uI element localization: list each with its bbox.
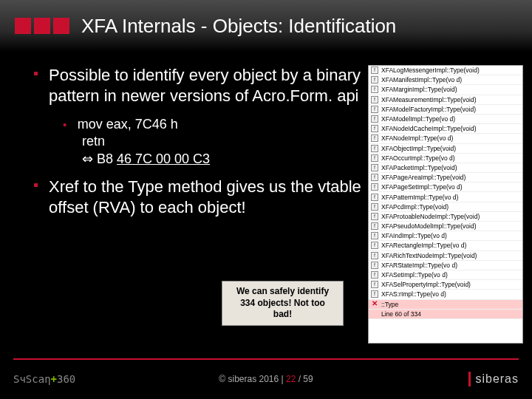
slide-footer: SчScaη+360 © siberas 2016 | 22 / 59 sibe… xyxy=(0,358,532,399)
slide-title: XFA Internals - Objects: Identification xyxy=(81,15,396,38)
sub-bullet: • mov eax, 7C46 h retn ⇔ B8 46 7C 00 00 … xyxy=(63,116,362,168)
function-icon: f xyxy=(371,134,378,142)
function-row: fXFAPacketImpl::Type(void) xyxy=(369,163,522,173)
function-row: fXFANodeIdCacheImpl::Type(void) xyxy=(369,124,522,134)
function-icon: f xyxy=(371,183,378,191)
decor-square xyxy=(15,18,31,34)
function-icon: f xyxy=(371,290,378,298)
bullet-text: Possible to identify every object by a b… xyxy=(49,65,362,106)
function-name: XFAPacketImpl::Type(void) xyxy=(381,164,457,171)
function-row: fXFALogMessengerImpl::Type(void) xyxy=(369,66,522,75)
function-row: fXFAMeasurementImpl::Type(void) xyxy=(369,95,522,105)
function-name: XFAMarginImpl::Type(void) xyxy=(381,86,457,93)
function-name: XFAOccurImpl::Type(vo d) xyxy=(381,154,455,162)
function-row: fXFAPageSetImpl::Type(vo d) xyxy=(369,183,522,192)
function-icon: f xyxy=(371,213,378,220)
function-name: XFAManifestImpl::Type(vo d) xyxy=(381,76,462,83)
bullet-2: ▪ Xref to the Type method gives us the v… xyxy=(33,177,362,217)
search-row: ✕::Type xyxy=(369,300,522,310)
function-name: XFARectangleImpl::Type(vo d) xyxy=(381,242,466,249)
function-name: XFASetImpl::Type(vo d) xyxy=(381,271,448,279)
function-row: fXFARichTextNodeImpl::Type(void) xyxy=(369,251,522,261)
function-name: XFAPageAreaImpl::Type(void) xyxy=(381,174,466,181)
function-icon: f xyxy=(371,86,378,93)
function-icon: f xyxy=(371,262,378,269)
function-name: XFAProtoableNodeImpl::Type(void) xyxy=(381,213,480,220)
function-row: fXFAS:rImpl::Type(vo d) xyxy=(369,290,522,299)
function-name: XFAObjectImpl::Type(void) xyxy=(381,145,456,152)
function-name: XFAMeasurementImpl::Type(void) xyxy=(381,96,477,103)
function-name: XFAPatternImpl::Type(vo d) xyxy=(381,194,458,201)
function-icon: f xyxy=(371,281,378,288)
function-icon: f xyxy=(371,174,378,181)
function-icon: f xyxy=(371,164,378,171)
logo-bar xyxy=(468,372,471,386)
sub-text-2: retn xyxy=(82,134,105,149)
function-row: fXFAIndImpl::Type(vo d) xyxy=(369,231,522,241)
function-icon: f xyxy=(371,115,378,123)
function-icon: f xyxy=(371,154,378,162)
function-row: fXFAOccurImpl::Type(vo d) xyxy=(369,154,522,163)
function-name: XFARStateImpl::Type(vo d) xyxy=(381,262,457,269)
function-icon: f xyxy=(371,232,378,239)
function-icon: f xyxy=(371,252,378,259)
function-row: fXFAPatternImpl::Type(vo d) xyxy=(369,192,522,202)
function-icon: f xyxy=(371,242,378,249)
slide-header: XFA Internals - Objects: Identification xyxy=(0,0,532,52)
bullet-text: Xref to the Type method gives us the vta… xyxy=(49,177,362,217)
function-icon: f xyxy=(371,145,378,152)
function-row: fXFARectangleImpl::Type(vo d) xyxy=(369,241,522,250)
function-name: XFANodeImpl::Type(vo d) xyxy=(381,134,453,142)
bullet-marker: ▪ xyxy=(33,177,38,217)
function-name: XFAModelImpl::Type(vo d) xyxy=(381,115,455,123)
function-row: fXFAObjectImpl::Type(void) xyxy=(369,144,522,154)
footer-center: © siberas 2016 | 22 / 59 xyxy=(219,374,313,384)
page-number: 22 xyxy=(286,374,296,384)
footer-divider xyxy=(13,358,519,360)
function-icon: f xyxy=(371,66,378,74)
function-row: fXFAPcdImpl::Type(void) xyxy=(369,202,522,212)
function-row: fXFAPseudoModelImpl::Type(void) xyxy=(369,222,522,231)
callout-box: We can safely identify 334 objects! Not … xyxy=(222,281,344,326)
function-row: fXFAModelFactoryImpl::Type(void) xyxy=(369,105,522,115)
function-row: fXFAModelImpl::Type(vo d) xyxy=(369,115,522,124)
function-name: XFASelPropertyImpl::Type(void) xyxy=(381,281,471,288)
sub-text-1: mov eax, 7C46 h xyxy=(78,117,178,132)
sub-marker: • xyxy=(63,118,66,131)
function-row: fXFASelPropertyImpl::Type(void) xyxy=(369,280,522,290)
function-list-panel: fXFALogMessengerImpl::Type(void)fXFAMani… xyxy=(368,65,523,344)
function-row: fXFAPageAreaImpl::Type(void) xyxy=(369,173,522,183)
footer-logo-left: SчScaη+360 xyxy=(13,373,75,385)
function-name: XFAPcdImpl::Type(void) xyxy=(381,203,449,211)
decor-square xyxy=(34,18,50,34)
function-name: XFALogMessengerImpl::Type(void) xyxy=(381,66,480,74)
function-icon: f xyxy=(371,125,378,132)
function-icon: f xyxy=(371,203,378,211)
function-icon: f xyxy=(371,194,378,201)
line-status: Line 60 of 334 xyxy=(381,310,421,318)
sub-text-3: ⇔ B8 46 7C 00 00 C3 xyxy=(82,151,210,166)
function-row: fXFAProtoableNodeImpl::Type(void) xyxy=(369,212,522,222)
function-name: XFAS:rImpl::Type(vo d) xyxy=(381,290,446,298)
function-row: fXFANodeImpl::Type(vo d) xyxy=(369,134,522,143)
function-name: XFARichTextNodeImpl::Type(void) xyxy=(381,252,477,259)
search-text: ::Type xyxy=(381,301,398,308)
status-row: Line 60 of 334 xyxy=(369,310,522,319)
bullet-1: ▪ Possible to identify every object by a… xyxy=(33,65,362,106)
function-name: XFANodeIdCacheImpl::Type(void) xyxy=(381,125,477,132)
function-row: fXFARStateImpl::Type(vo d) xyxy=(369,261,522,270)
footer-logo-right: siberas xyxy=(468,372,519,386)
bullet-marker: ▪ xyxy=(33,65,38,106)
function-icon: f xyxy=(371,76,378,83)
function-row: fXFASetImpl::Type(vo d) xyxy=(369,270,522,280)
function-icon: f xyxy=(371,222,378,230)
decor-square xyxy=(53,18,69,34)
function-name: XFAPseudoModelImpl::Type(void) xyxy=(381,222,477,230)
close-icon[interactable]: ✕ xyxy=(371,301,378,308)
function-icon: f xyxy=(371,106,378,113)
function-row: fXFAMarginImpl::Type(void) xyxy=(369,85,522,95)
function-icon: f xyxy=(371,271,378,279)
function-name: XFAPageSetImpl::Type(vo d) xyxy=(381,183,463,191)
function-name: XFAIndImpl::Type(vo d) xyxy=(381,232,447,239)
function-row: fXFAManifestImpl::Type(vo d) xyxy=(369,75,522,85)
